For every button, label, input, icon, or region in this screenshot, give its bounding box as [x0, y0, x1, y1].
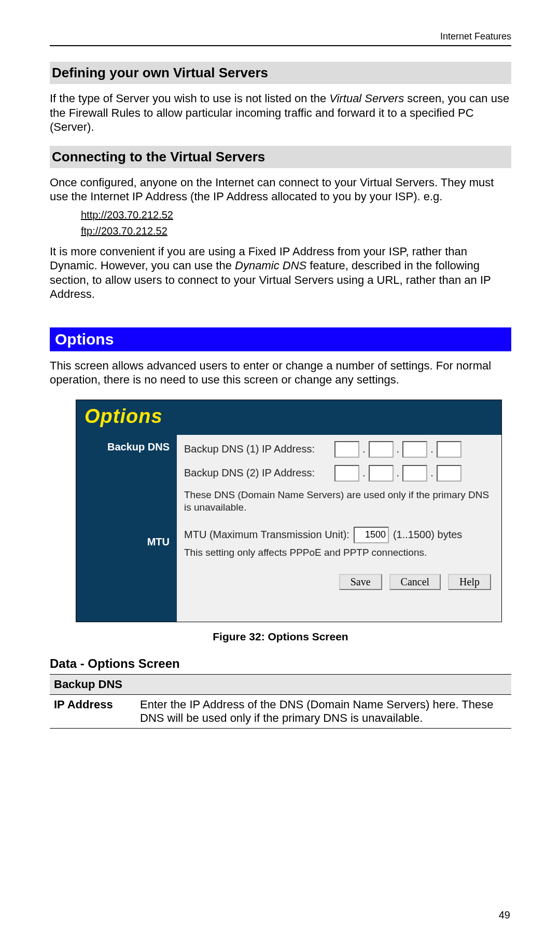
dns1-oct1[interactable]: [334, 441, 359, 458]
dot-icon: .: [430, 467, 433, 479]
page-number: 49: [499, 909, 510, 921]
dns1-oct2[interactable]: [369, 441, 394, 458]
figure-caption: Figure 32: Options Screen: [50, 630, 511, 643]
text: If the type of Server you wish to use is…: [50, 92, 329, 105]
dot-icon: .: [397, 467, 400, 479]
section-connecting-body1: Once configured, anyone on the Internet …: [50, 175, 511, 204]
example-urls: http://203.70.212.52 ftp://203.70.212.52: [81, 209, 511, 237]
mtu-note: This setting only affects PPPoE and PPTP…: [184, 546, 494, 559]
cancel-button[interactable]: Cancel: [389, 574, 441, 590]
help-button[interactable]: Help: [448, 574, 491, 590]
dns2-oct3[interactable]: [402, 465, 427, 482]
mtu-label: MTU (Maximum Transmission Unit):: [184, 529, 349, 541]
options-right-pane: Backup DNS (1) IP Address: . . . Backup …: [177, 435, 501, 622]
section-defining-body: If the type of Server you wish to use is…: [50, 91, 511, 134]
mtu-input[interactable]: [354, 527, 389, 543]
data-options-heading: Data - Options Screen: [50, 656, 511, 671]
options-major-heading: Options: [50, 327, 511, 351]
options-panel-title: Options: [76, 400, 501, 435]
dot-icon: .: [430, 443, 433, 455]
data-options-table: Backup DNS IP Address Enter the IP Addre…: [50, 674, 511, 729]
header-rule: [50, 45, 511, 46]
section-defining-heading: Defining your own Virtual Servers: [50, 62, 511, 84]
dns1-ip-group: . . .: [334, 441, 461, 458]
save-button[interactable]: Save: [339, 574, 382, 590]
dns-note: These DNS (Domain Name Servers) are used…: [184, 489, 494, 514]
dns2-oct2[interactable]: [369, 465, 394, 482]
options-intro: This screen allows advanced users to ent…: [50, 359, 511, 387]
dns2-oct4[interactable]: [437, 465, 461, 482]
table-val-ip-address: Enter the IP Address of the DNS (Domain …: [136, 694, 511, 728]
dns2-ip-group: . . .: [334, 465, 461, 482]
dns2-label: Backup DNS (2) IP Address:: [184, 467, 334, 479]
dot-icon: .: [362, 443, 366, 455]
dns1-oct4[interactable]: [437, 441, 461, 458]
left-label-backup-dns: Backup DNS: [107, 441, 170, 453]
dns1-label: Backup DNS (1) IP Address:: [184, 443, 334, 455]
virtual-servers-italic: Virtual Servers: [329, 92, 404, 105]
dynamic-dns-italic: Dynamic DNS: [235, 259, 306, 272]
dns1-oct3[interactable]: [402, 441, 427, 458]
section-connecting-heading: Connecting to the Virtual Servers: [50, 146, 511, 168]
dot-icon: .: [397, 443, 400, 455]
dns2-oct1[interactable]: [334, 465, 359, 482]
options-left-nav: Backup DNS MTU: [76, 435, 177, 622]
section-connecting-body2: It is more convenient if you are using a…: [50, 244, 511, 301]
table-key-ip-address: IP Address: [50, 694, 136, 728]
table-section-backup-dns: Backup DNS: [50, 674, 511, 694]
options-screenshot: Options Backup DNS MTU Backup DNS (1) IP…: [76, 400, 502, 622]
left-label-mtu: MTU: [147, 536, 170, 548]
page-header-label: Internet Features: [50, 31, 511, 42]
example-url-ftp: ftp://203.70.212.52: [81, 225, 511, 237]
mtu-hint: (1..1500) bytes: [393, 529, 462, 541]
example-url-http: http://203.70.212.52: [81, 209, 511, 221]
dot-icon: .: [362, 467, 366, 479]
